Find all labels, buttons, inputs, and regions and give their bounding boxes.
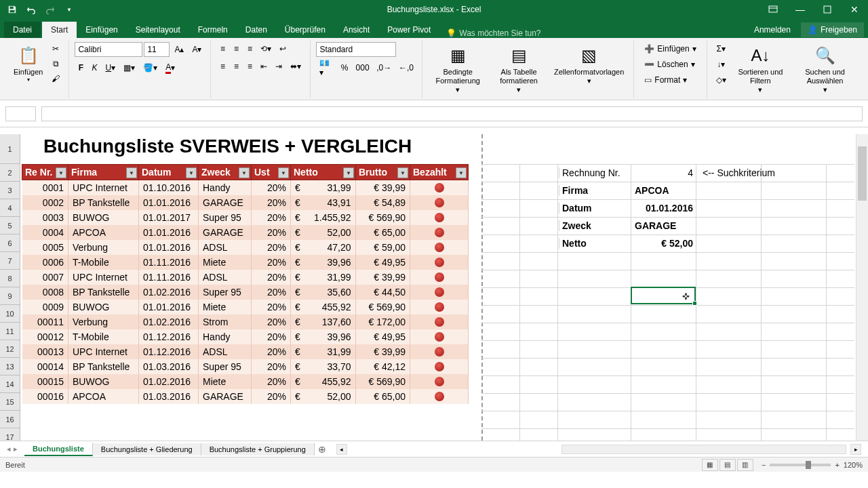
sheet-nav-first[interactable]: ◂ bbox=[7, 445, 11, 453]
save-button[interactable] bbox=[4, 2, 20, 17]
tab-start[interactable]: Start bbox=[42, 22, 77, 38]
thousand-button[interactable]: 000 bbox=[353, 61, 372, 75]
cell-brutto[interactable]: € 39,99 bbox=[356, 180, 410, 196]
cell-datum[interactable]: 01.03.2016 bbox=[139, 389, 199, 404]
cell-bezahlt[interactable] bbox=[410, 255, 469, 270]
cell-datum[interactable]: 01.02.2016 bbox=[139, 314, 199, 329]
cell-zweck[interactable]: Miete bbox=[199, 374, 252, 389]
decrease-decimal-button[interactable]: ←,0 bbox=[396, 61, 417, 75]
tab-insert[interactable]: Einfügen bbox=[77, 22, 126, 38]
row-header-11[interactable]: 11 bbox=[0, 323, 20, 340]
align-top-button[interactable]: ≡ bbox=[216, 42, 229, 56]
find-select-button[interactable]: 🔍 Suchen und Auswählen▾ bbox=[791, 42, 859, 96]
vertical-scrollbar[interactable] bbox=[856, 134, 868, 441]
lookup-re-value[interactable]: 4 bbox=[632, 167, 697, 178]
cell-ust[interactable]: 20% bbox=[252, 300, 291, 314]
cell-brutto[interactable]: € 65,00 bbox=[356, 389, 410, 404]
tell-me-search[interactable]: 💡 Was möchten Sie tun? bbox=[446, 28, 540, 38]
zoom-in-button[interactable]: + bbox=[835, 461, 839, 469]
table-row[interactable]: 00011Verbung01.02.2016Strom20%€137,60€ 1… bbox=[22, 314, 469, 329]
cell-brutto[interactable]: € 569,90 bbox=[356, 374, 410, 389]
zoom-slider[interactable] bbox=[770, 464, 831, 466]
cell-bezahlt[interactable] bbox=[410, 210, 469, 225]
fill-handle[interactable] bbox=[692, 301, 697, 306]
row-header-17[interactable]: 17 bbox=[0, 428, 20, 441]
cell-ust[interactable]: 20% bbox=[252, 270, 291, 285]
row-header-6[interactable]: 6 bbox=[0, 235, 20, 252]
table-row[interactable]: 00016APCOA01.03.2016GARAGE20%€52,00€ 65,… bbox=[22, 389, 469, 404]
view-normal-button[interactable]: ▦ bbox=[702, 459, 718, 471]
font-color-button[interactable]: A▾ bbox=[162, 61, 178, 75]
cell-firma[interactable]: APCOA bbox=[68, 225, 139, 240]
cell-brutto[interactable]: € 42,12 bbox=[356, 359, 410, 374]
filter-button[interactable]: ▼ bbox=[278, 167, 289, 178]
cell-datum[interactable]: 01.11.2016 bbox=[139, 270, 199, 285]
row-header-10[interactable]: 10 bbox=[0, 305, 20, 323]
lookup-netto-value[interactable]: € 52,00 bbox=[632, 238, 697, 249]
cell-zweck[interactable]: GARAGE bbox=[199, 195, 252, 210]
cell-bezahlt[interactable] bbox=[410, 359, 469, 374]
orientation-button[interactable]: ⟲▾ bbox=[257, 42, 275, 56]
cell-netto[interactable]: €39,96 bbox=[291, 329, 356, 344]
cell-datum[interactable]: 01.01.2017 bbox=[139, 210, 199, 225]
cell-firma[interactable]: BP Tankstelle bbox=[68, 285, 139, 300]
sheet-tab-0[interactable]: Buchungsliste bbox=[24, 443, 93, 456]
table-row[interactable]: 0002BP Tankstelle01.01.2016GARAGE20%€43,… bbox=[22, 195, 469, 210]
cell-firma[interactable]: T-Mobile bbox=[68, 329, 139, 344]
fill-button[interactable]: ↓▾ bbox=[713, 58, 730, 71]
table-row[interactable]: 00013UPC Internet01.12.2016ADSL20%€31,99… bbox=[22, 344, 469, 359]
cell-netto[interactable]: €455,92 bbox=[291, 374, 356, 389]
filter-button[interactable]: ▼ bbox=[397, 167, 408, 178]
cell-re[interactable]: 00013 bbox=[22, 344, 68, 359]
cell-ust[interactable]: 20% bbox=[252, 344, 291, 359]
table-row[interactable]: 0007UPC Internet01.11.2016ADSL20%€31,99€… bbox=[22, 270, 469, 285]
cell-datum[interactable]: 01.03.2016 bbox=[139, 359, 199, 374]
cell-brutto[interactable]: € 54,89 bbox=[356, 195, 410, 210]
border-button[interactable]: ▦▾ bbox=[120, 61, 138, 75]
delete-cells-button[interactable]: ➖Löschen ▾ bbox=[639, 58, 701, 71]
underline-button[interactable]: U▾ bbox=[102, 61, 119, 75]
table-row[interactable]: 00012T-Mobile01.12.2016Handy20%€39,96€ 4… bbox=[22, 329, 469, 344]
cell-brutto[interactable]: € 39,99 bbox=[356, 344, 410, 359]
cell-brutto[interactable]: € 44,50 bbox=[356, 285, 410, 300]
cut-button[interactable]: ✂ bbox=[48, 42, 63, 56]
cell-brutto[interactable]: € 49,95 bbox=[356, 255, 410, 270]
cell-styles-button[interactable]: ▧ Zellenformatvorlagen▾ bbox=[550, 42, 628, 87]
align-bottom-button[interactable]: ≡ bbox=[243, 42, 256, 56]
cell-datum[interactable]: 01.01.2016 bbox=[139, 225, 199, 240]
increase-decimal-button[interactable]: ,0→ bbox=[374, 61, 395, 75]
table-row[interactable]: 0001UPC Internet01.10.2016Handy20%€31,99… bbox=[22, 180, 469, 196]
cell-brutto[interactable]: € 172,00 bbox=[356, 314, 410, 329]
lookup-datum-value[interactable]: 01.01.2016 bbox=[632, 203, 697, 214]
filter-button[interactable]: ▼ bbox=[126, 167, 137, 178]
font-size-select[interactable] bbox=[144, 42, 170, 57]
cell-bezahlt[interactable] bbox=[410, 329, 469, 344]
lookup-zweck-value[interactable]: GARAGE bbox=[632, 220, 697, 231]
cell-re[interactable]: 00014 bbox=[22, 359, 68, 374]
cell-datum[interactable]: 01.10.2016 bbox=[139, 180, 199, 196]
italic-button[interactable]: K bbox=[88, 61, 100, 75]
cell-firma[interactable]: UPC Internet bbox=[68, 344, 139, 359]
paste-button[interactable]: 📋 Einfügen▾ bbox=[9, 42, 47, 85]
formula-input[interactable] bbox=[41, 106, 863, 121]
cell-firma[interactable]: APCOA bbox=[68, 389, 139, 404]
autosum-button[interactable]: Σ▾ bbox=[713, 42, 730, 56]
cell-bezahlt[interactable] bbox=[410, 344, 469, 359]
ribbon-options-icon[interactable] bbox=[760, 0, 787, 19]
cell-netto[interactable]: €52,00 bbox=[291, 225, 356, 240]
tab-data[interactable]: Daten bbox=[237, 22, 276, 38]
sheet-nav-last[interactable]: ▸ bbox=[14, 445, 18, 453]
signin-link[interactable]: Anmelden bbox=[745, 22, 800, 38]
add-sheet-button[interactable]: ⊕ bbox=[315, 444, 330, 455]
sheet-tab-2[interactable]: Buchungsliste + Gruppierung bbox=[201, 443, 315, 455]
grow-font-button[interactable]: A▴ bbox=[171, 43, 187, 56]
cell-zweck[interactable]: Super 95 bbox=[199, 359, 252, 374]
cell-datum[interactable]: 01.12.2016 bbox=[139, 344, 199, 359]
cell-netto[interactable]: €31,99 bbox=[291, 270, 356, 285]
filter-button[interactable]: ▼ bbox=[186, 167, 197, 178]
row-header-8[interactable]: 8 bbox=[0, 270, 20, 287]
cell-ust[interactable]: 20% bbox=[252, 180, 291, 196]
cell-re[interactable]: 0002 bbox=[22, 195, 68, 210]
filter-button[interactable]: ▼ bbox=[456, 167, 467, 178]
cell-ust[interactable]: 20% bbox=[252, 314, 291, 329]
